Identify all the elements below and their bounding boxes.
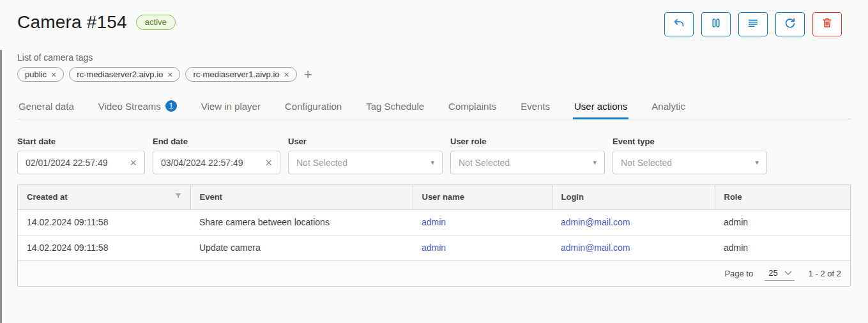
tag-pill[interactable]: rc-mediaserver2.aivp.io × <box>69 67 180 82</box>
table-footer: Page to 25 1 - 2 of 2 <box>18 260 850 286</box>
column-header-created-at[interactable]: Created at <box>18 185 190 209</box>
clear-end-date-icon[interactable]: × <box>261 157 272 169</box>
refresh-button[interactable] <box>775 12 805 36</box>
camera-detail-page: Camera #154 active <box>0 0 868 287</box>
tag-label: public <box>25 70 47 79</box>
undo-icon <box>672 16 686 33</box>
user-label: User <box>288 137 443 146</box>
end-date-label: End date <box>153 137 280 146</box>
delete-button[interactable] <box>812 12 842 36</box>
camera-tags-list: public × rc-mediaserver2.aivp.io × rc-me… <box>17 67 851 82</box>
cell-login: admin@mail.com <box>552 235 715 260</box>
tab-general-data[interactable]: General data <box>17 98 75 119</box>
camera-tags-label: List of camera tags <box>17 52 851 63</box>
refresh-icon <box>783 16 797 33</box>
caret-down-icon: ▾ <box>427 158 434 167</box>
tab-complaints[interactable]: Complaints <box>447 98 498 119</box>
end-date-value[interactable] <box>161 158 261 168</box>
pause-button[interactable] <box>701 12 731 36</box>
user-role-label: User role <box>450 137 605 146</box>
end-date-filter: End date × <box>153 137 280 174</box>
list-button[interactable] <box>738 12 768 36</box>
start-date-filter: Start date × <box>17 137 145 174</box>
event-type-filter: Event type Not Selected ▾ <box>613 137 767 174</box>
table-row: 14.02.2024 09:11:58 Share camera between… <box>18 209 850 235</box>
tab-user-actions[interactable]: User actions <box>573 98 628 119</box>
filter-funnel-icon[interactable] <box>174 192 183 202</box>
user-role-filter: User role Not Selected ▾ <box>450 137 605 174</box>
undo-button[interactable] <box>664 12 694 36</box>
remove-tag-icon[interactable]: × <box>167 70 172 79</box>
tag-label: rc-mediaserver2.aivp.io <box>77 70 163 79</box>
end-date-input[interactable]: × <box>153 151 280 174</box>
add-tag-icon[interactable]: + <box>304 68 312 82</box>
pagination-range: 1 - 2 of 2 <box>809 269 841 278</box>
start-date-label: Start date <box>17 137 145 146</box>
filters-bar: Start date × End date × User Not Selecte… <box>17 137 851 174</box>
event-type-select-value: Not Selected <box>621 158 751 168</box>
caret-down-icon: ▾ <box>751 158 759 167</box>
event-type-label: Event type <box>613 137 767 146</box>
video-streams-count-badge: 1 <box>165 100 177 112</box>
caret-down-icon: ▾ <box>589 158 597 167</box>
cell-role: admin <box>715 235 850 260</box>
user-role-select-value: Not Selected <box>459 158 589 168</box>
list-icon <box>746 16 760 33</box>
tab-tag-schedule[interactable]: Tag Schedule <box>365 98 425 119</box>
column-header-login[interactable]: Login <box>552 185 715 209</box>
user-select[interactable]: Not Selected ▾ <box>288 151 443 174</box>
chevron-down-icon <box>784 268 792 278</box>
tab-analytic[interactable]: Analytic <box>650 98 687 119</box>
cell-role: admin <box>715 209 850 235</box>
cell-user-name: admin <box>413 209 552 235</box>
cell-created-at: 14.02.2024 09:11:58 <box>18 209 190 235</box>
event-type-select[interactable]: Not Selected ▾ <box>613 151 767 174</box>
trash-icon <box>820 16 834 33</box>
remove-tag-icon[interactable]: × <box>51 70 56 79</box>
remove-tag-icon[interactable]: × <box>284 70 289 79</box>
tag-pill[interactable]: rc-mediaserver1.aivp.io × <box>185 67 296 82</box>
cell-login: admin@mail.com <box>552 209 715 235</box>
cell-event: Update camera <box>190 235 413 260</box>
pause-icon <box>709 16 723 33</box>
start-date-input[interactable]: × <box>17 151 145 174</box>
user-select-value: Not Selected <box>296 158 427 168</box>
status-badge: active <box>136 15 176 30</box>
start-date-value[interactable] <box>26 158 126 168</box>
column-header-user-name[interactable]: User name <box>413 185 552 209</box>
page-to-label: Page to <box>724 269 753 278</box>
toolbar <box>664 12 842 36</box>
page-size-value: 25 <box>768 268 777 278</box>
column-header-role[interactable]: Role <box>715 185 850 209</box>
user-filter: User Not Selected ▾ <box>288 137 443 174</box>
user-actions-table: Created at Event User name Login Role <box>17 184 851 287</box>
user-role-select[interactable]: Not Selected ▾ <box>450 151 605 174</box>
user-name-link[interactable]: admin <box>422 217 446 227</box>
tab-events[interactable]: Events <box>519 98 551 119</box>
clear-start-date-icon[interactable]: × <box>126 157 137 169</box>
tab-view-in-player[interactable]: View in player <box>200 98 262 119</box>
table-header-row: Created at Event User name Login Role <box>18 185 850 209</box>
tab-configuration[interactable]: Configuration <box>284 98 343 119</box>
login-link[interactable]: admin@mail.com <box>561 217 630 227</box>
tab-video-streams[interactable]: Video Streams 1 <box>97 98 178 119</box>
table-row: 14.02.2024 09:11:58 Update camera admin … <box>18 235 850 260</box>
cell-created-at: 14.02.2024 09:11:58 <box>18 235 190 260</box>
page-size-select[interactable]: 25 <box>765 267 794 281</box>
tag-label: rc-mediaserver1.aivp.io <box>193 70 279 79</box>
cell-user-name: admin <box>413 235 552 260</box>
tag-pill[interactable]: public × <box>17 67 64 82</box>
column-header-event[interactable]: Event <box>190 185 413 209</box>
cell-event: Share camera between locations <box>190 209 413 235</box>
detail-tabs: General data Video Streams 1 View in pla… <box>17 98 851 119</box>
user-name-link[interactable]: admin <box>422 243 446 253</box>
login-link[interactable]: admin@mail.com <box>561 243 630 253</box>
page-title: Camera #154 <box>17 12 127 33</box>
